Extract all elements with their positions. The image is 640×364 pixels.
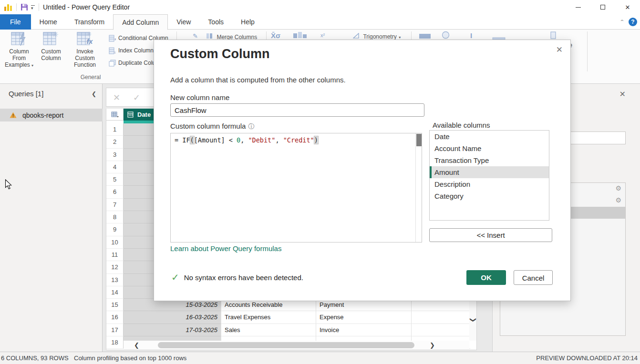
horizontal-scrollbar[interactable]: ❮ ❯ [124, 341, 469, 350]
syntax-status-message: No syntax errors have been detected. [184, 273, 303, 282]
quick-access-dropdown-icon[interactable]: ▾ [31, 4, 35, 10]
format-icon[interactable]: ✎ [193, 32, 198, 40]
row-number[interactable]: 13 [106, 274, 124, 286]
row-number[interactable]: 14 [106, 286, 124, 299]
commit-step-icon[interactable]: ✓ [133, 92, 140, 103]
gear-icon[interactable]: ⚙ [615, 185, 621, 192]
formula-token: ( [190, 136, 194, 144]
statistics-icon[interactable]: X̄σ [271, 31, 280, 40]
save-icon[interactable] [21, 3, 28, 11]
row-number[interactable]: 18 [106, 336, 124, 349]
cell-date[interactable]: 16-03-2025 [124, 311, 221, 324]
row-number[interactable]: 2 [106, 136, 124, 148]
close-window-button[interactable]: ✕ [615, 0, 640, 14]
cell-account-name[interactable]: Travel Expenses [221, 311, 316, 324]
row-number[interactable]: 15 [106, 299, 124, 311]
cell-date[interactable]: 17-03-2025 [124, 324, 221, 336]
row-number[interactable]: 4 [106, 161, 124, 173]
column-option-transaction-type[interactable]: Transaction Type [430, 154, 549, 166]
group-divider [587, 31, 588, 71]
insert-button[interactable]: << Insert [429, 228, 552, 242]
tab-transform[interactable]: Transform [66, 14, 113, 30]
row-number[interactable]: 5 [106, 173, 124, 186]
row-number[interactable]: 12 [106, 261, 124, 273]
available-columns-list: DateAccount NameTransaction TypeAmountDe… [429, 130, 549, 221]
select-all-columns-button[interactable] [106, 109, 124, 121]
ribbon-group-label: General [5, 74, 176, 81]
formula-scroll-thumb[interactable] [416, 134, 422, 146]
cancel-button[interactable]: Cancel [514, 270, 553, 285]
row-number[interactable]: 6 [106, 186, 124, 198]
cancel-step-icon[interactable]: ✕ [113, 92, 120, 103]
standard-icon[interactable] [293, 31, 307, 40]
formula-editor[interactable]: = IF([Amount] < 0, "Debit", "Credit") [170, 133, 422, 243]
formula-token: , [275, 136, 283, 144]
index-column-button[interactable]: 123 Index Column [109, 45, 154, 56]
gear-icon[interactable]: ⚙ [615, 197, 621, 203]
column-option-description[interactable]: Description [430, 178, 549, 190]
row-number[interactable]: 3 [106, 149, 124, 161]
tab-tools[interactable]: Tools [199, 14, 232, 30]
minimize-button[interactable] [566, 0, 590, 14]
duration-icon[interactable]: I [470, 31, 472, 40]
dialog-title: Custom Column [170, 47, 270, 61]
query-list-item[interactable]: qbooks-report [0, 109, 103, 121]
scroll-left-icon[interactable]: ❮ [134, 342, 139, 349]
horizontal-scroll-thumb[interactable] [158, 342, 414, 348]
scientific-icon[interactable]: x² [320, 32, 325, 38]
row-number[interactable]: 8 [106, 211, 124, 223]
close-settings-panel-icon[interactable]: ✕ [619, 90, 626, 99]
cell-transaction-type[interactable]: Expense [316, 311, 412, 324]
cell-account-name[interactable]: Sales [221, 324, 316, 336]
row-number[interactable]: 10 [106, 236, 124, 249]
queries-panel-header: Queries [1] [9, 90, 43, 98]
svg-text:fx: fx [87, 38, 93, 45]
azure-machine-learning-icon [550, 31, 557, 39]
dialog-close-icon[interactable]: ✕ [554, 43, 565, 57]
column-option-category[interactable]: Category [430, 190, 549, 202]
row-number[interactable]: 1 [106, 123, 124, 136]
tab-add-column[interactable]: Add Column [113, 14, 168, 30]
ok-button[interactable]: OK [466, 270, 506, 285]
maximize-button[interactable] [590, 0, 615, 14]
help-icon[interactable]: ? [629, 18, 637, 26]
tab-file[interactable]: File [0, 14, 31, 30]
collapse-ribbon-icon[interactable]: ⌃ [619, 19, 625, 25]
tab-help[interactable]: Help [232, 14, 263, 30]
window-title: Untitled - Power Query Editor [43, 3, 130, 11]
column-header-label: Date [137, 111, 151, 118]
tab-home[interactable]: Home [31, 14, 66, 30]
warning-icon [10, 112, 17, 118]
row-number[interactable]: 9 [106, 223, 124, 236]
title-bar: ▾ Untitled - Power Query Editor ✕ [0, 0, 640, 14]
dialog-subtitle: Add a column that is computed from the o… [170, 76, 346, 84]
formula-scrollbar[interactable] [415, 133, 422, 242]
dropdown-caret-icon: ▾ [399, 35, 401, 40]
formula-token: "Debit" [248, 136, 275, 144]
power-query-editor-window: ▾ Untitled - Power Query Editor ✕ FileHo… [0, 0, 640, 364]
duplicate-column-icon [109, 60, 116, 67]
tab-view[interactable]: View [168, 14, 199, 30]
learn-formulas-link[interactable]: Learn about Power Query formulas [170, 244, 281, 253]
row-number[interactable]: 17 [106, 324, 124, 336]
status-profiling[interactable]: Column profiling based on top 1000 rows [74, 354, 186, 362]
cell-transaction-type[interactable]: Invoice [316, 324, 412, 336]
row-number[interactable]: 11 [106, 249, 124, 261]
column-option-account-name[interactable]: Account Name [430, 142, 549, 154]
scroll-right-icon[interactable]: ❯ [430, 342, 435, 349]
scroll-down-icon[interactable]: ❯ [470, 317, 477, 323]
collapse-queries-panel-icon[interactable]: ❮ [92, 91, 96, 97]
row-number[interactable]: 7 [106, 199, 124, 211]
new-column-name-input[interactable] [170, 103, 424, 117]
cell-extra[interactable] [412, 311, 470, 324]
table-row: 1717-03-2025SalesInvoice [106, 324, 470, 336]
info-icon[interactable]: ⓘ [248, 123, 254, 130]
check-icon: ✓ [171, 272, 179, 283]
column-option-amount[interactable]: Amount [430, 166, 549, 178]
row-number[interactable]: 16 [106, 311, 124, 324]
new-column-name-label: New column name [170, 93, 229, 101]
table-row: 1616-03-2025Travel ExpensesExpense [106, 311, 470, 324]
custom-column-label: Custom Column [37, 48, 65, 61]
column-option-date[interactable]: Date [430, 131, 549, 142]
cell-extra[interactable] [412, 324, 470, 336]
